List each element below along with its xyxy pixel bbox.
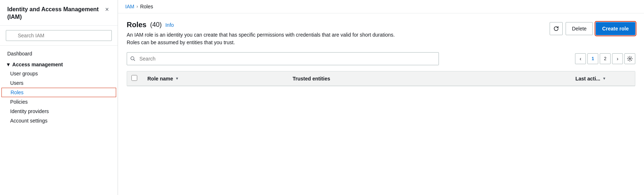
col-header-rolename[interactable]: Role name ▼ [142, 71, 287, 86]
delete-button[interactable]: Delete [566, 22, 592, 35]
sidebar-close-button[interactable]: × [103, 6, 110, 13]
table-settings-button[interactable] [624, 53, 635, 64]
sidebar-search-section [0, 26, 118, 46]
sidebar-search-wrap [6, 30, 112, 41]
breadcrumb-iam-link[interactable]: IAM [125, 4, 134, 9]
roles-count-badge: (40) [150, 21, 162, 29]
breadcrumb: IAM › Roles [118, 0, 644, 13]
refresh-icon [553, 26, 559, 32]
access-management-arrow-icon: ▼ [6, 62, 11, 67]
roles-table: Role name ▼ Trusted entities Last acti..… [127, 71, 635, 86]
breadcrumb-current: Roles [140, 4, 153, 9]
col-header-lastact-inner: Last acti... ▼ [575, 76, 629, 82]
table-search-input[interactable] [127, 52, 439, 65]
main-content: IAM › Roles Roles (40) Info An IAM role … [118, 0, 644, 195]
page-header-left: Roles (40) Info An IAM role is an identi… [127, 21, 550, 46]
col-rolename-label: Role name [147, 76, 173, 82]
col-lastact-label: Last acti... [575, 76, 600, 82]
create-role-button[interactable]: Create role [596, 22, 635, 35]
sidebar-item-user-groups[interactable]: User groups [0, 69, 118, 78]
sidebar: Identity and Access Management (IAM) × D… [0, 0, 118, 195]
info-link[interactable]: Info [165, 22, 174, 28]
pagination: ‹ 1 2 › [575, 53, 635, 64]
col-header-checkbox [127, 71, 142, 86]
page-title: Roles [127, 21, 146, 29]
table-header: Role name ▼ Trusted entities Last acti..… [127, 71, 635, 86]
page-1-button[interactable]: 1 [587, 53, 598, 64]
page-content-area: Roles (40) Info An IAM role is an identi… [118, 13, 644, 94]
svg-point-4 [629, 58, 631, 59]
col-header-rolename-inner: Role name ▼ [147, 76, 281, 82]
sidebar-item-identity-providers[interactable]: Identity providers [0, 107, 118, 116]
sidebar-title: Identity and Access Management (IAM) [7, 6, 103, 21]
lastact-sort-icon: ▼ [602, 76, 606, 80]
page-header: Roles (40) Info An IAM role is an identi… [127, 21, 635, 46]
breadcrumb-separator: › [136, 4, 138, 9]
table-controls: ‹ 1 2 › [127, 52, 635, 65]
next-page-button[interactable]: › [612, 53, 623, 64]
search-input[interactable] [6, 30, 112, 41]
sidebar-header: Identity and Access Management (IAM) × [0, 0, 118, 26]
page-title-row: Roles (40) Info [127, 21, 550, 29]
access-management-label: Access management [12, 62, 63, 67]
sidebar-item-policies[interactable]: Policies [0, 97, 118, 107]
select-all-checkbox[interactable] [131, 75, 137, 81]
sidebar-nav: Dashboard ▼ Access management User group… [0, 46, 118, 195]
rolename-sort-icon: ▼ [175, 76, 179, 80]
roles-table-element: Role name ▼ Trusted entities Last acti..… [127, 71, 635, 86]
sidebar-item-account-settings[interactable]: Account settings [0, 116, 118, 125]
settings-icon [627, 56, 633, 62]
refresh-button[interactable] [550, 22, 563, 35]
col-header-trusted: Trusted entities [287, 71, 570, 86]
page-description: An IAM role is an identity you can creat… [127, 31, 403, 46]
col-header-lastact[interactable]: Last acti... ▼ [570, 71, 635, 86]
sidebar-section-access-management[interactable]: ▼ Access management [0, 59, 118, 69]
col-trusted-label: Trusted entities [293, 76, 330, 82]
sidebar-item-users[interactable]: Users [0, 78, 118, 88]
sidebar-item-dashboard[interactable]: Dashboard [0, 49, 118, 59]
table-header-row: Role name ▼ Trusted entities Last acti..… [127, 71, 635, 86]
page-2-button[interactable]: 2 [600, 53, 611, 64]
sidebar-item-roles[interactable]: Roles [1, 88, 116, 97]
prev-page-button[interactable]: ‹ [575, 53, 586, 64]
page-header-actions: Delete Create role [550, 22, 635, 35]
